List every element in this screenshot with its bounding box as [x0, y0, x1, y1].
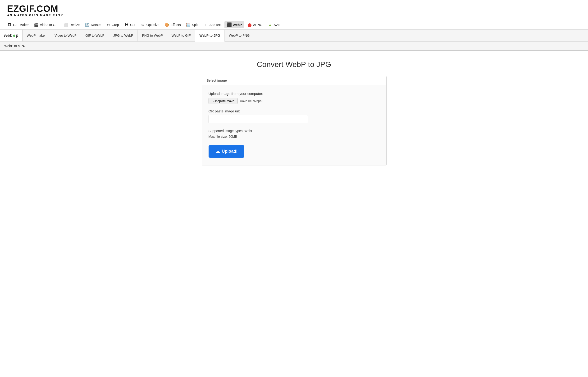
file-no-chosen-label: Файл не выбран — [240, 99, 263, 103]
nav-item-apng[interactable]: ⬤ APNG — [245, 21, 265, 28]
effects-icon: 🎨 — [165, 23, 169, 27]
nav-item-video-to-gif[interactable]: 🎬 Video to GIF — [32, 21, 61, 28]
upload-card-body: Upload image from your computer: Выберит… — [202, 85, 386, 165]
tab-webp-maker[interactable]: WebP maker — [23, 30, 50, 41]
webp-icon: ⬛ — [227, 23, 232, 27]
rotate-icon: 🔄 — [85, 23, 90, 27]
main-content: Convert WebP to JPG Select image Upload … — [0, 51, 588, 175]
nav-label-gif-maker: GIF Maker — [13, 23, 29, 27]
nav-label-add-text: Add text — [210, 23, 222, 27]
avif-icon: ▲ — [268, 23, 272, 27]
nav-item-rotate[interactable]: 🔄 Rotate — [82, 21, 103, 28]
webp-logo-p: p — [16, 33, 18, 38]
crop-icon: ✂ — [106, 23, 111, 27]
upload-icon: ☁ — [215, 149, 220, 154]
nav-label-avif: AVIF — [274, 23, 281, 27]
nav-item-effects[interactable]: 🎨 Effects — [162, 21, 183, 28]
gif-maker-icon: 🖼 — [7, 23, 12, 27]
nav-item-avif[interactable]: ▲ AVIF — [265, 21, 283, 28]
split-icon: 🪟 — [186, 23, 190, 27]
nav-item-gif-maker[interactable]: 🖼 GIF Maker — [5, 21, 31, 28]
nav-label-crop: Crop — [112, 23, 119, 27]
nav-item-resize[interactable]: ⬜ Resize — [61, 21, 82, 28]
nav-label-effects: Effects — [171, 23, 181, 27]
webp-logo-tab[interactable]: web●p — [0, 30, 23, 41]
tab-webp-to-mp4[interactable]: WebP to MP4 — [0, 42, 29, 50]
nav-label-video-to-gif: Video to GIF — [40, 23, 58, 27]
tab-webp-to-jpg[interactable]: WebP to JPG — [195, 30, 225, 42]
logo-area: EZGIF.COM ANIMATED GIFS MADE EASY — [0, 0, 588, 19]
optimize-icon: ⚙ — [140, 23, 145, 27]
page-title: Convert WebP to JPG — [257, 60, 331, 69]
video-to-gif-icon: 🎬 — [34, 23, 39, 27]
upload-card: Select image Upload image from your comp… — [202, 76, 387, 165]
tab-webp-to-gif[interactable]: WebP to GIF — [167, 30, 195, 41]
nav-item-webp[interactable]: ⬛ WebP — [225, 21, 244, 28]
nav-item-add-text[interactable]: T Add text — [201, 21, 224, 28]
tab-video-to-webp[interactable]: Video to WebP — [50, 30, 81, 41]
tab-webp-to-png[interactable]: WebP to PNG — [225, 30, 254, 41]
apng-icon: ⬤ — [247, 23, 252, 27]
or-paste-label: OR paste image url: — [209, 109, 380, 113]
webp-tabs-wrapper: web●p WebP maker Video to WebP GIF to We… — [0, 30, 588, 51]
logo-title: EZGIF.COM — [7, 4, 581, 13]
webp-tabs-row1: web●p WebP maker Video to WebP GIF to We… — [0, 30, 588, 41]
upload-button[interactable]: ☁ Upload! — [209, 145, 244, 158]
supported-info: Supported image types: WebP Max file siz… — [209, 128, 380, 140]
logo-subtitle: ANIMATED GIFS MADE EASY — [7, 14, 581, 17]
nav-item-optimize[interactable]: ⚙ Optimize — [138, 21, 162, 28]
file-input-row: Выберите файл Файл не выбран — [209, 98, 380, 104]
nav-label-cut: Cut — [130, 23, 135, 27]
nav-bar: 🖼 GIF Maker 🎬 Video to GIF ⬜ Resize 🔄 Ro… — [0, 19, 588, 30]
nav-label-webp: WebP — [233, 23, 242, 27]
resize-icon: ⬜ — [63, 23, 68, 27]
tab-png-to-webp[interactable]: PNG to WebP — [138, 30, 167, 41]
file-choose-button[interactable]: Выберите файл — [209, 98, 238, 104]
nav-item-crop[interactable]: ✂ Crop — [104, 21, 121, 28]
cut-icon: 🎞 — [124, 23, 129, 27]
tab-gif-to-webp[interactable]: GIF to WebP — [81, 30, 109, 41]
nav-label-split: Split — [192, 23, 198, 27]
webp-tabs-row2: WebP to MP4 — [0, 41, 588, 50]
add-text-icon: T — [204, 23, 208, 27]
tab-jpg-to-webp[interactable]: JPG to WebP — [109, 30, 138, 41]
nav-item-cut[interactable]: 🎞 Cut — [122, 21, 138, 28]
url-input[interactable] — [209, 115, 308, 123]
nav-item-split[interactable]: 🪟 Split — [183, 21, 200, 28]
webp-green-dot: ● — [13, 32, 16, 39]
nav-label-apng: APNG — [253, 23, 263, 27]
nav-label-optimize: Optimize — [147, 23, 160, 27]
webp-logo-text: web — [4, 33, 13, 38]
upload-card-header: Select image — [202, 76, 386, 85]
nav-label-resize: Resize — [69, 23, 80, 27]
upload-label: Upload image from your computer: — [209, 92, 380, 96]
nav-label-rotate: Rotate — [91, 23, 100, 27]
